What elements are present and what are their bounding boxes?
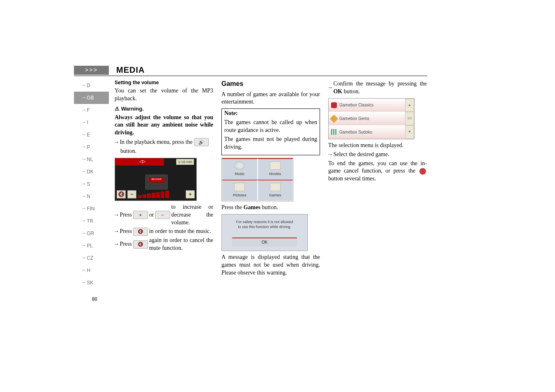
sidebar-item-label: E [87, 132, 90, 138]
step-line: → Press 🔇 again in order to cancel the m… [115, 237, 213, 252]
gem-icon [330, 115, 338, 123]
picture-icon [234, 183, 245, 191]
brand-label: BECKER [149, 178, 164, 182]
body-text: The selection menu is displayed. [328, 142, 427, 150]
sidebar-item-h[interactable]: →H [74, 264, 109, 277]
cd-icon [234, 161, 245, 170]
sidebar-item-label: FIN [87, 206, 94, 212]
progress-bar: ◁▷ [115, 158, 164, 166]
sidebar-item-label: PL [87, 243, 93, 249]
ok-button[interactable]: OK [232, 238, 297, 247]
sidebar-item-d[interactable]: →D [74, 79, 109, 92]
header-rule [74, 76, 427, 76]
menu-games[interactable]: Games [258, 180, 293, 201]
sidebar-item-label: D [87, 83, 90, 88]
sidebar-item-label: SK [87, 280, 93, 286]
note-box: Note: The games cannot be called up when… [221, 108, 320, 155]
step-line: → Confirm the message by pressing the OK… [328, 80, 427, 96]
sidebar-item-label: I [87, 120, 88, 125]
body-text: A number of games are available for your… [221, 91, 320, 106]
screenshot-game-list: Gamebox Classics Gamebox Gems Gamebox Su… [328, 98, 415, 139]
sidebar-item-gb[interactable]: →GB [74, 92, 109, 104]
sidebar-item-label: CZ [87, 255, 93, 261]
scroll-up-icon[interactable]: ▲ [405, 99, 414, 112]
sidebar-item-n[interactable]: →N [74, 190, 109, 203]
step-line: → In the playback menu, press the 🔊 [115, 138, 213, 146]
section-games: Games [221, 79, 320, 88]
body-text: You can set the volume of the MP3 playba… [115, 87, 213, 103]
page-number: 80 [74, 296, 109, 302]
header-arrows-icon: >>> [74, 66, 109, 75]
minus-icon: − [155, 211, 170, 219]
sidebar-item-s[interactable]: →S [74, 178, 109, 190]
vol-minus-button[interactable]: − [127, 190, 136, 198]
step-line: → Select the desired game. [328, 151, 427, 159]
sidebar-item-p[interactable]: →P [74, 141, 109, 153]
volume-bars [138, 191, 184, 198]
sidebar-item-cz[interactable]: →CZ [74, 252, 109, 264]
body-text: Press the Games button. [221, 204, 320, 212]
page-header: >>> MEDIA [74, 66, 427, 75]
device-image: BECKER [145, 175, 168, 189]
body-text: A message is displayed stating that the … [221, 254, 320, 277]
game-item-sudoku[interactable]: Gamebox Sudoku [329, 125, 405, 139]
section-setting-volume: Setting the volume [115, 79, 213, 86]
body-text: To end the games, you can use the in-gam… [328, 160, 427, 183]
mute-icon: 🔇 [133, 228, 148, 236]
mute-icon: 🔇 [133, 240, 148, 249]
sidebar-item-fin[interactable]: →FIN [74, 203, 109, 215]
sidebar-item-f[interactable]: →F [74, 104, 109, 116]
col-1: Setting the volume You can set the volum… [115, 79, 213, 302]
scroll-position: 1/1 [405, 112, 414, 125]
joystick-icon [331, 102, 337, 108]
step-line: → Press 🔇 in order to mute the music. [115, 228, 213, 236]
warning-icon: ⚠ [115, 105, 120, 113]
page-title: MEDIA [116, 65, 145, 75]
note-title: Note: [224, 110, 317, 118]
menu-music[interactable]: Music [222, 158, 258, 180]
content-columns: Setting the volume You can set the volum… [109, 79, 427, 302]
scrollbar[interactable]: ▲ 1/1 ▼ [405, 99, 414, 139]
manual-page: >>> MEDIA →D →GB →F →I →E →P →NL →DK →S … [74, 66, 427, 302]
grid-icon [331, 129, 337, 135]
sidebar-item-tr[interactable]: →TR [74, 215, 109, 227]
safety-message: For safety reasons it is not allowed to … [222, 214, 307, 230]
plus-icon: + [133, 211, 148, 219]
sidebar-item-label: GB [87, 95, 94, 101]
warning-heading: ⚠ Warning. [115, 105, 213, 113]
scroll-down-icon[interactable]: ▼ [405, 125, 414, 139]
game-item-gems[interactable]: Gamebox Gems [329, 112, 405, 125]
sidebar-item-pl[interactable]: →PL [74, 240, 109, 252]
screenshot-volume-control: ◁▷ 1:16 min BECKER 🔇 − + [115, 158, 197, 201]
sidebar-item-dk[interactable]: →DK [74, 166, 109, 178]
sidebar-item-label: H [87, 267, 90, 273]
clapper-icon [270, 161, 281, 170]
warning-title-text: Warning. [121, 106, 144, 112]
col-2: Games A number of games are available fo… [221, 79, 320, 302]
game-item-classics[interactable]: Gamebox Classics [329, 99, 405, 112]
menu-movies[interactable]: Movies [258, 158, 293, 180]
col-3: → Confirm the message by pressing the OK… [328, 79, 427, 302]
language-sidebar: →D →GB →F →I →E →P →NL →DK →S →N →FIN →T… [74, 79, 109, 302]
back-button-icon [419, 168, 426, 175]
sidebar-item-label: NL [87, 157, 93, 162]
dice-icon [270, 183, 281, 191]
sidebar-item-label: GR [87, 231, 94, 236]
step-line: → Press + or − to increase or decrease t… [115, 203, 213, 227]
step-continuation: button. [115, 148, 213, 155]
sidebar-item-e[interactable]: →E [74, 129, 109, 141]
sidebar-item-gr[interactable]: →GR [74, 227, 109, 240]
note-text: The games must not be played during driv… [224, 136, 317, 151]
sidebar-item-label: DK [87, 169, 94, 175]
sidebar-item-nl[interactable]: →NL [74, 153, 109, 166]
sidebar-item-label: F [87, 107, 90, 113]
sidebar-item-sk[interactable]: →SK [74, 277, 109, 289]
speaker-icon: 🔊 [194, 138, 209, 146]
sidebar-item-label: N [87, 194, 90, 199]
sidebar-item-i[interactable]: →I [74, 116, 109, 129]
warning-body: Always adjust the volume so that you can… [115, 114, 213, 137]
vol-plus-button[interactable]: + [186, 190, 195, 198]
menu-pictures[interactable]: Pictures [222, 180, 258, 201]
step-text: In the playback menu, press the [120, 138, 192, 146]
mute-button[interactable]: 🔇 [117, 190, 126, 198]
